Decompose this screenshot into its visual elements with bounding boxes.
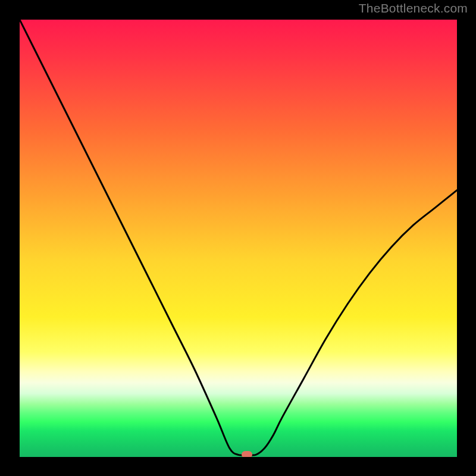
bottleneck-curve [20,20,457,457]
watermark-text: TheBottleneck.com [359,1,468,15]
chart-plot-area [20,20,457,457]
minimum-marker [242,451,252,457]
